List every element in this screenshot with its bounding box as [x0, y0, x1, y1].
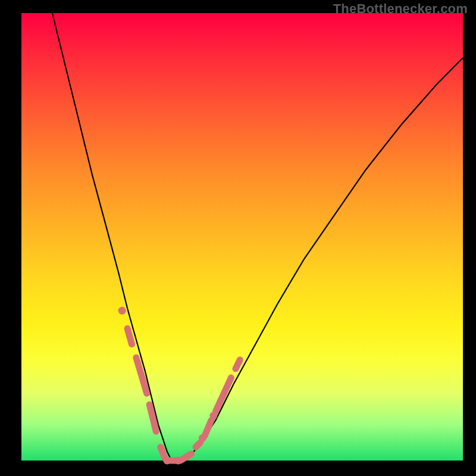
svg-point-13: [199, 434, 206, 442]
svg-line-5: [180, 454, 192, 461]
svg-line-9: [236, 360, 240, 369]
marker-segments: [127, 328, 240, 461]
svg-point-11: [163, 457, 171, 465]
svg-line-0: [127, 328, 131, 344]
svg-point-14: [209, 412, 217, 419]
svg-line-3: [161, 447, 165, 458]
chart-frame: TheBottlenecker.com: [0, 0, 476, 476]
chart-svg: [21, 13, 463, 461]
plot-curve: [52, 13, 463, 461]
svg-line-2: [149, 405, 156, 431]
svg-line-6: [196, 443, 200, 447]
svg-point-12: [174, 457, 182, 465]
svg-line-7: [205, 420, 211, 436]
svg-line-1: [136, 358, 147, 393]
svg-point-10: [118, 307, 126, 315]
